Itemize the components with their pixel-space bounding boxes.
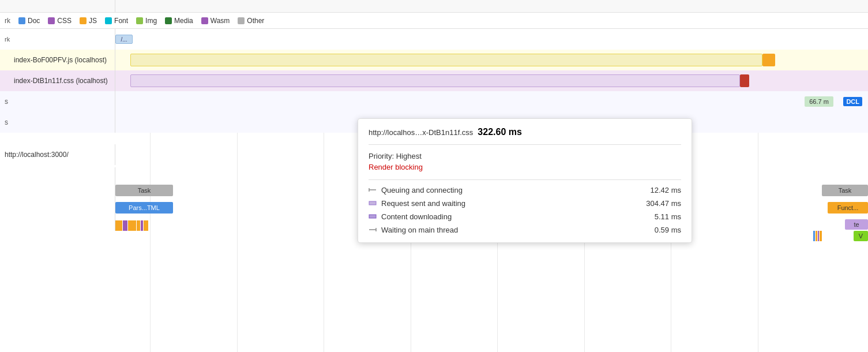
waterfall-area: rk /... index-BoF00PFV.js (localhost)	[0, 29, 868, 352]
right-mini-1	[813, 231, 815, 241]
row-label-css: index-DtB1n11f.css (localhost)	[0, 70, 115, 91]
legend-swatch-doc	[18, 17, 25, 24]
timing-icon-content	[369, 212, 377, 221]
legend-item-other: Other	[238, 17, 264, 25]
legend-network-label: rk	[5, 17, 10, 25]
legend-swatch-css	[48, 17, 55, 24]
row-label-4: s	[0, 112, 115, 133]
small-blocks-row-label	[0, 202, 115, 219]
network-row-3: s 66.7 m DCL	[0, 91, 868, 112]
legend-item-doc: Doc	[18, 17, 40, 25]
priority-value: Highest	[396, 152, 422, 160]
legend-item-font: Font	[105, 17, 128, 25]
tooltip-timing-row: Content downloading5.11 ms	[369, 212, 681, 221]
tooltip-timing-label: Content downloading	[369, 212, 452, 221]
timeline-container: 547 ms597 ms647 ms697 ms747 ms797 ms847 …	[0, 0, 868, 352]
legend-label-img: Img	[145, 17, 157, 25]
timing-label-text: Content downloading	[381, 212, 452, 221]
tooltip-timing-label: Request sent and waiting	[369, 199, 465, 208]
task-row-label	[0, 167, 115, 185]
network-row-0[interactable]: rk /...	[0, 29, 868, 50]
legend-label-wasm: Wasm	[211, 17, 230, 25]
v-bar: V	[854, 231, 868, 241]
legend-item-img: Img	[136, 17, 157, 25]
right-mini-2	[816, 231, 817, 241]
tooltip-timing-value: 304.47 ms	[646, 199, 681, 208]
timing-icon-request	[369, 199, 377, 208]
row-label-0: rk	[0, 29, 115, 50]
row-label-text-0: rk	[5, 36, 10, 43]
legend-label-other: Other	[247, 17, 264, 25]
network-tooltip: http://localhos…x-DtB1n11f.css 322.60 ms…	[358, 118, 692, 243]
tooltip-divider	[369, 179, 681, 180]
right-mini-3	[818, 231, 819, 241]
timing-icon-queuing	[369, 186, 377, 194]
tooltip-timing-value: 0.59 ms	[655, 226, 681, 234]
row-label-text-js: index-BoF00PFV.js (localhost)	[5, 56, 107, 64]
tooltip-timing-value: 12.42 ms	[651, 186, 681, 194]
row-bars-0: /...	[115, 29, 868, 50]
row-bars-css	[115, 70, 868, 91]
small-bar-label: /...	[121, 36, 127, 43]
legend-label-font: Font	[114, 17, 128, 25]
row-label-js: index-BoF00PFV.js (localhost)	[0, 50, 115, 70]
timeline-left-panel	[0, 0, 115, 12]
legend-swatch-img	[136, 17, 143, 24]
tooltip-time: 322.60 ms	[478, 127, 522, 137]
legend-item-media: Media	[165, 17, 193, 25]
right-mini-4	[820, 231, 822, 241]
network-row-js[interactable]: index-BoF00PFV.js (localhost)	[0, 50, 868, 70]
row-label-text-css: index-DtB1n11f.css (localhost)	[5, 77, 108, 85]
legend-swatch-font	[105, 17, 112, 24]
url-label: http://localhost:3000/	[0, 144, 115, 165]
row-bars-3: 66.7 m DCL	[115, 91, 868, 112]
timing-label-text: Waiting on main thread	[381, 226, 458, 234]
legend-swatch-wasm	[201, 17, 208, 24]
tooltip-timing-row: Queuing and connecting12.42 ms	[369, 186, 681, 194]
v-bar-label: V	[859, 233, 863, 239]
pars-row-label	[0, 185, 115, 202]
row-label-3: s	[0, 91, 115, 112]
legend-item-css: CSS	[48, 17, 72, 25]
priority-label: Priority:	[369, 152, 394, 160]
legend-label-media: Media	[174, 17, 193, 25]
tooltip-timing-row: Request sent and waiting304.47 ms	[369, 199, 681, 208]
tooltip-url: http://localhos…x-DtB1n11f.css	[369, 128, 473, 137]
legend-item-wasm: Wasm	[201, 17, 230, 25]
legend-swatch-js	[80, 17, 87, 24]
tooltip-header: http://localhos…x-DtB1n11f.css 322.60 ms	[369, 127, 681, 145]
row-bars-js	[115, 50, 868, 70]
tooltip-timing-label: Waiting on main thread	[369, 226, 458, 234]
right-mini-blocks	[813, 231, 822, 242]
v-row-label	[0, 219, 115, 231]
js-bar	[130, 54, 762, 66]
tooltip-timing-row: Waiting on main thread0.59 ms	[369, 226, 681, 234]
tooltip-timing-label: Queuing and connecting	[369, 186, 463, 194]
row-label-text-3: s	[5, 98, 8, 106]
tooltip-timing-value: 5.11 ms	[655, 212, 681, 221]
legend-label-css: CSS	[57, 17, 72, 25]
small-bar-0: /...	[115, 35, 133, 44]
css-end-block	[740, 74, 749, 87]
legend-swatch-media	[165, 17, 172, 24]
svg-rect-3	[369, 215, 376, 218]
row-label-text-4: s	[5, 118, 8, 126]
timeline-header: 547 ms597 ms647 ms697 ms747 ms797 ms847 …	[0, 0, 868, 13]
legend-label-doc: Doc	[28, 17, 40, 25]
green-bar-right: 66.7 m	[805, 96, 833, 107]
network-row-css[interactable]: index-DtB1n11f.css (localhost)	[0, 70, 868, 91]
tooltip-priority: Priority: Highest	[369, 152, 681, 160]
timing-icon-waiting	[369, 226, 377, 234]
legend-row: rkDocCSSJSFontImgMediaWasmOther	[0, 13, 868, 29]
legend-label-js: JS	[89, 17, 97, 25]
timing-label-text: Request sent and waiting	[381, 199, 465, 208]
tooltip-timing-rows: Queuing and connecting12.42 msRequest se…	[369, 186, 681, 234]
legend-item-js: JS	[80, 17, 97, 25]
legend-swatch-other	[238, 17, 245, 24]
css-bar	[130, 74, 740, 87]
tooltip-render-blocking: Render blocking	[369, 163, 681, 171]
js-end-block	[762, 54, 775, 66]
dcl-badge: DCL	[843, 97, 862, 106]
green-bar-label: 66.7 m	[809, 98, 829, 105]
svg-rect-2	[369, 201, 376, 205]
